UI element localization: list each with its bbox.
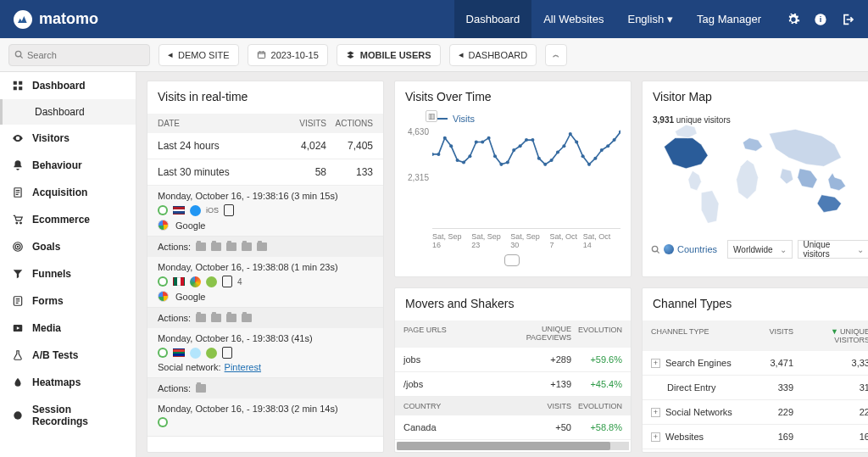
flask-icon — [12, 349, 24, 361]
site-selector[interactable]: ◂DEMO SITE — [159, 44, 239, 66]
map-breadcrumb[interactable]: Countries — [651, 244, 717, 254]
sidebar-item-session-recordings[interactable]: Session Recordings — [0, 396, 136, 435]
folder-icon[interactable] — [211, 242, 221, 251]
svg-point-41 — [581, 154, 585, 158]
sidebar-item-acquisition[interactable]: Acquisition — [0, 179, 136, 206]
map-caption: 3,931 unique visitors — [653, 115, 731, 125]
sidebar-item-label: Goals — [32, 241, 60, 253]
referrer-link[interactable]: Pinterest — [225, 362, 261, 372]
global-search[interactable] — [8, 44, 150, 66]
sidebar-item-label: Acquisition — [32, 187, 87, 198]
map-region-select[interactable]: Worldwide⌄ — [727, 240, 793, 259]
annotation-icon[interactable] — [504, 254, 520, 266]
folder-icon[interactable] — [196, 314, 206, 322]
nav-tag-manager[interactable]: Tag Manager — [685, 0, 773, 38]
sidebar-item-label: Ecommerce — [32, 214, 90, 226]
svg-point-33 — [531, 138, 534, 142]
referrer: Google — [158, 291, 373, 302]
movers-row[interactable]: /jobs+139+45.4% — [395, 372, 631, 397]
bell-icon — [12, 159, 24, 171]
sidebar-item-heatmaps[interactable]: Heatmaps — [0, 369, 136, 396]
sidebar-item-behaviour[interactable]: Behaviour — [0, 152, 136, 179]
sidebar-item-a-b-tests[interactable]: A/B Tests — [0, 342, 136, 369]
realtime-visit[interactable]: Monday, October 16, - 19:38:08 (1 min 23… — [147, 257, 383, 308]
sidebar-item-ecommerce[interactable]: Ecommerce — [0, 206, 136, 233]
expand-icon[interactable]: + — [651, 359, 660, 368]
movers-row[interactable]: Canada+50+58.8% — [395, 415, 631, 440]
date-selector[interactable]: 2023-10-15 — [248, 44, 328, 66]
os-icon — [206, 276, 217, 287]
movers-header-pages: PAGE URLS UNIQUE PAGEVIEWS EVOLUTION — [395, 320, 631, 348]
sidebar-item-label: Forms — [32, 295, 64, 307]
svg-point-42 — [587, 163, 591, 166]
nav-all-websites[interactable]: All Websites — [531, 0, 615, 38]
info-icon[interactable]: i — [814, 13, 827, 26]
sidebar-item-forms[interactable]: Forms — [0, 287, 136, 315]
brand-logo[interactable]: matomo — [0, 10, 112, 29]
realtime-visit[interactable]: Monday, October 16, - 19:38:16 (3 min 15… — [147, 186, 383, 237]
map-metric-select[interactable]: Unique visitors⌄ — [798, 240, 868, 259]
google-icon — [158, 220, 169, 231]
logout-icon[interactable] — [841, 13, 854, 26]
sidebar-item-media[interactable]: Media — [0, 315, 136, 342]
dashboard-selector[interactable]: ◂DASHBOARD — [449, 44, 537, 66]
sort-desc-icon[interactable]: ▼ — [831, 327, 838, 336]
chart-metric-picker[interactable]: ▥ — [426, 110, 437, 122]
sidebar-item-goals[interactable]: Goals — [0, 233, 136, 260]
browser-icon — [190, 276, 201, 287]
horizontal-scrollbar[interactable] — [397, 442, 629, 450]
folder-icon[interactable] — [211, 314, 221, 322]
svg-point-39 — [569, 132, 572, 136]
os-icon — [206, 348, 217, 359]
channel-row[interactable]: +Search Engines3,4713,33 — [643, 351, 868, 376]
folder-icon[interactable] — [196, 242, 206, 251]
svg-point-21 — [456, 159, 459, 162]
channel-row[interactable]: Direct Entry33931 — [643, 376, 868, 400]
expand-icon[interactable]: + — [651, 432, 660, 442]
search-input[interactable] — [27, 50, 144, 60]
svg-point-23 — [468, 154, 471, 158]
grid-icon — [12, 80, 24, 92]
svg-point-26 — [487, 137, 491, 140]
folder-icon[interactable] — [242, 242, 252, 251]
channel-row[interactable]: +Social Networks22922 — [643, 400, 868, 425]
folder-icon[interactable] — [196, 384, 206, 393]
referrer: Google — [158, 220, 373, 231]
expand-icon[interactable]: + — [651, 408, 660, 417]
collapse-button[interactable]: ︽ — [545, 44, 567, 66]
sidebar-item-dashboard[interactable]: Dashboard — [0, 72, 136, 99]
svg-point-2 — [15, 51, 20, 56]
svg-point-48 — [652, 246, 657, 251]
world-map[interactable] — [651, 114, 868, 232]
chart-legend: Visits — [405, 114, 620, 127]
browser-icon — [190, 348, 201, 359]
svg-point-29 — [506, 160, 509, 164]
nav-dashboard[interactable]: Dashboard — [454, 0, 532, 38]
svg-point-13 — [17, 246, 18, 247]
svg-point-27 — [493, 154, 497, 158]
realtime-visit[interactable]: Monday, October 16, - 19:38:03 (2 min 14… — [147, 398, 383, 437]
folder-icon[interactable] — [257, 242, 267, 251]
visit-actions: Actions: — [147, 308, 383, 328]
movers-row[interactable]: jobs+289+59.6% — [395, 348, 631, 372]
chevron-down-icon: ⌄ — [857, 245, 864, 254]
sidebar-item-visitors[interactable]: Visitors — [0, 125, 136, 152]
svg-point-25 — [481, 140, 484, 143]
gear-icon[interactable] — [787, 13, 800, 26]
folder-icon[interactable] — [226, 314, 236, 322]
segment-selector[interactable]: MOBILE USERS — [337, 44, 441, 66]
nav-language[interactable]: English▾ — [615, 0, 685, 38]
svg-point-17 — [432, 153, 434, 156]
channel-row[interactable]: +Websites16916 — [643, 425, 868, 449]
sidebar-item-funnels[interactable]: Funnels — [0, 260, 136, 287]
svg-point-9 — [16, 222, 18, 224]
svg-rect-6 — [14, 86, 17, 90]
folder-icon[interactable] — [242, 314, 252, 322]
realtime-visit[interactable]: Monday, October 16, - 19:38:03 (41s)Soci… — [147, 328, 383, 378]
svg-point-16 — [14, 411, 21, 419]
folder-icon[interactable] — [226, 242, 236, 251]
svg-point-28 — [499, 163, 503, 166]
chart-area[interactable]: 4,630 2,315 — [432, 127, 620, 229]
sidebar-item-label: Behaviour — [32, 159, 82, 171]
sidebar-subitem[interactable]: Dashboard — [0, 99, 136, 125]
